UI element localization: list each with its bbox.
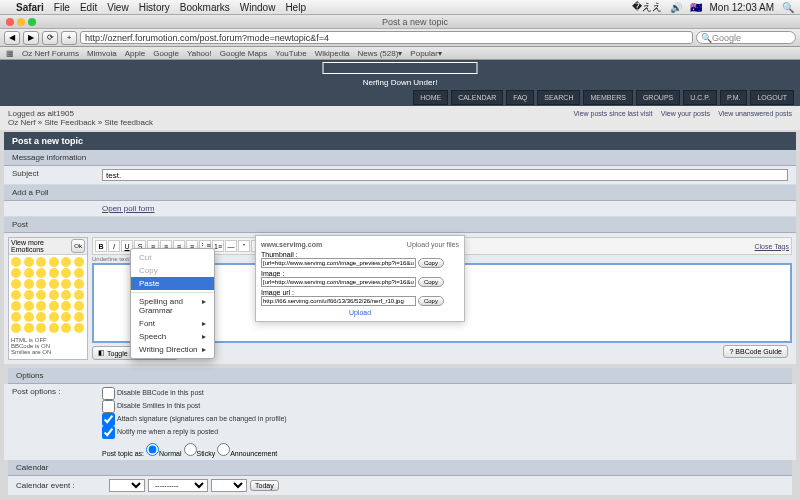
smiley-icon[interactable] [61,279,71,289]
smiley-icon[interactable] [11,279,21,289]
flag-icon[interactable]: 🇦🇺 [690,2,702,13]
bookmark-link[interactable]: News (528)▾ [357,49,402,58]
bookmark-link[interactable]: Apple [125,49,145,58]
search-input[interactable]: 🔍 Google [696,31,796,44]
nav-calendar[interactable]: CALENDAR [451,90,503,105]
wifi-icon[interactable]: �ええ [632,0,662,14]
smiley-icon[interactable] [61,312,71,322]
smiley-icon[interactable] [36,257,46,267]
bold-button[interactable]: B [95,240,107,252]
smiley-icon[interactable] [49,279,59,289]
nav-ucp[interactable]: U.C.P. [683,90,717,105]
smiley-icon[interactable] [36,312,46,322]
smiley-icon[interactable] [11,290,21,300]
smiley-icon[interactable] [49,301,59,311]
add-button[interactable]: + [61,31,77,45]
smiley-icon[interactable] [36,290,46,300]
smiley-icon[interactable] [36,268,46,278]
ctx-writing-direction[interactable]: Writing Direction▸ [131,343,214,356]
cal-day-select[interactable] [109,479,145,492]
upload-link[interactable]: Upload [349,309,371,316]
smiley-icon[interactable] [61,290,71,300]
smiley-icon[interactable] [24,279,34,289]
reload-button[interactable]: ⟳ [42,31,58,45]
nav-faq[interactable]: FAQ [506,90,534,105]
smiley-icon[interactable] [49,312,59,322]
today-button[interactable]: Today [250,480,279,491]
smiley-icon[interactable] [11,312,21,322]
smiley-icon[interactable] [49,268,59,278]
smiley-icon[interactable] [49,290,59,300]
ctx-spelling[interactable]: Spelling and Grammar▸ [131,295,214,317]
smiley-icon[interactable] [24,268,34,278]
smiley-icon[interactable] [11,268,21,278]
smiley-icon[interactable] [24,323,34,333]
smiley-icon[interactable] [74,323,84,333]
smiley-icon[interactable] [74,301,84,311]
smiley-icon[interactable] [74,268,84,278]
menu-view[interactable]: View [107,2,129,13]
bookmark-link[interactable]: Google [153,49,179,58]
menu-bookmarks[interactable]: Bookmarks [180,2,230,13]
smiley-header[interactable]: View more Emoticons [11,239,71,253]
ctx-speech[interactable]: Speech▸ [131,330,214,343]
nav-search[interactable]: SEARCH [537,90,580,105]
subject-input[interactable] [102,169,788,181]
quote-button[interactable]: " [238,240,250,252]
menu-window[interactable]: Window [240,2,276,13]
bookmark-link[interactable]: Yahoo! [187,49,212,58]
nav-logout[interactable]: LOGOUT [750,90,794,105]
ctx-font[interactable]: Font▸ [131,317,214,330]
nav-members[interactable]: MEMBERS [583,90,632,105]
smiley-icon[interactable] [74,312,84,322]
smiley-icon[interactable] [49,257,59,267]
bookmark-link[interactable]: Google Maps [220,49,268,58]
copy-thumb-button[interactable]: Copy [418,258,444,268]
link-your-posts[interactable]: View your posts [661,110,710,117]
smiley-icon[interactable] [36,323,46,333]
smiley-icon[interactable] [11,323,21,333]
open-poll-link[interactable]: Open poll form [102,204,154,213]
hr-button[interactable]: — [225,240,237,252]
smiley-icon[interactable] [11,257,21,267]
back-button[interactable]: ◀ [4,31,20,45]
image-input[interactable] [261,277,416,287]
zoom-icon[interactable] [28,18,36,26]
smiley-icon[interactable] [36,279,46,289]
spotlight-icon[interactable]: 🔍 [782,2,794,13]
bookmark-link[interactable]: Oz Nerf Forums [22,49,79,58]
imgurl-input[interactable] [261,296,416,306]
opt-disable-bbcode[interactable]: Disable BBCode in this post [102,387,788,400]
volume-icon[interactable]: 🔊 [670,2,682,13]
clock[interactable]: Mon 12:03 AM [710,2,774,13]
bookmark-link[interactable]: Popular▾ [410,49,442,58]
opt-attach-sig[interactable]: Attach signature (signatures can be chan… [102,413,788,426]
forward-button[interactable]: ▶ [23,31,39,45]
radio-sticky[interactable] [184,443,197,456]
menu-help[interactable]: Help [285,2,306,13]
opt-notify[interactable]: Notify me when a reply is posted [102,426,788,439]
close-icon[interactable] [6,18,14,26]
menu-history[interactable]: History [139,2,170,13]
link-since-last[interactable]: View posts since last visit [574,110,653,117]
smiley-icon[interactable] [11,301,21,311]
link-unanswered[interactable]: View unanswered posts [718,110,792,117]
bookmark-link[interactable]: YouTube [275,49,306,58]
menu-file[interactable]: File [54,2,70,13]
bookmark-link[interactable]: Mimvoia [87,49,117,58]
italic-button[interactable]: I [108,240,120,252]
smiley-icon[interactable] [61,268,71,278]
close-tags-link[interactable]: Close Tags [754,243,789,250]
minimize-icon[interactable] [17,18,25,26]
url-input[interactable]: http://oznerf.forumotion.com/post.forum?… [80,31,693,44]
radio-normal[interactable] [146,443,159,456]
ctx-paste[interactable]: Paste [131,277,214,290]
smiley-icon[interactable] [61,323,71,333]
radio-announcement[interactable] [217,443,230,456]
breadcrumb-path[interactable]: Oz Nerf » Site Feedback » Site feedback [8,118,153,127]
smiley-icon[interactable] [24,290,34,300]
copy-image-button[interactable]: Copy [418,277,444,287]
cal-month-select[interactable]: ---------- [148,479,208,492]
smiley-icon[interactable] [24,257,34,267]
opt-disable-smilies[interactable]: Disable Smilies in this post [102,400,788,413]
